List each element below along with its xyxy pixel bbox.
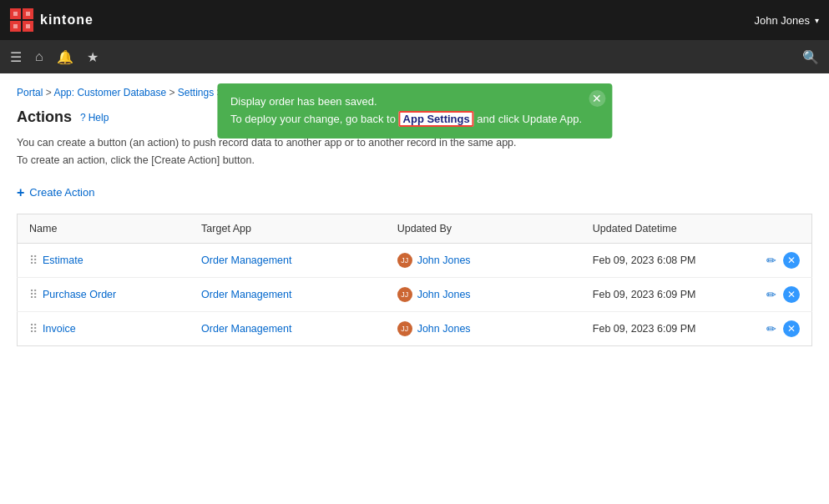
help-link[interactable]: ?Help (80, 112, 109, 123)
navbar-left: ☰ ⌂ 🔔 ★ (10, 49, 99, 65)
user-avatar: JJ (397, 321, 412, 336)
cell-name-1: ⠿ Purchase Order (18, 277, 190, 311)
cell-name-0: ⠿ Estimate (18, 243, 190, 277)
menu-icon[interactable]: ☰ (10, 49, 22, 65)
updated-by-link[interactable]: John Jones (417, 323, 471, 335)
page-title: Actions (17, 108, 72, 126)
navbar: ☰ ⌂ 🔔 ★ 🔍 (0, 40, 829, 73)
updated-by-link[interactable]: John Jones (417, 255, 471, 266)
user-avatar: JJ (397, 287, 412, 302)
plus-icon: + (17, 185, 24, 200)
home-icon[interactable]: ⌂ (35, 49, 43, 64)
cell-updatedby-2: JJ John Jones (386, 311, 581, 345)
favorites-icon[interactable]: ★ (87, 49, 99, 65)
header: kintone John Jones ▾ (0, 0, 829, 40)
col-header-datetime: Updated Datetime (581, 214, 753, 243)
table-row: ⠿ Estimate Order Management JJ John Jone… (18, 243, 812, 277)
col-header-name: Name (18, 214, 190, 243)
cell-actions-0: ✏ ✕ (753, 243, 812, 277)
target-app-link[interactable]: Order Management (201, 255, 291, 266)
create-action-label: Create Action (29, 186, 94, 199)
edit-action-button[interactable]: ✏ (765, 286, 778, 303)
edit-action-button[interactable]: ✏ (765, 252, 778, 269)
edit-action-button[interactable]: ✏ (765, 320, 778, 337)
datetime-value: Feb 09, 2023 6:09 PM (593, 323, 696, 335)
user-menu-chevron-icon: ▾ (815, 16, 819, 25)
svg-rect-6 (13, 24, 18, 28)
notification-icon[interactable]: 🔔 (57, 49, 73, 65)
notification-banner: Display order has been saved. To deploy … (217, 83, 612, 139)
table-header: Name Target App Updated By Updated Datet… (18, 214, 812, 243)
delete-action-button[interactable]: ✕ (783, 252, 800, 269)
app-settings-link[interactable]: App Settings (399, 111, 474, 127)
user-menu[interactable]: John Jones ▾ (755, 14, 820, 27)
breadcrumb-settings[interactable]: Settings (178, 87, 214, 98)
cell-updatedby-1: JJ John Jones (386, 277, 581, 311)
search-icon[interactable]: 🔍 (802, 49, 819, 65)
col-header-actions (753, 214, 812, 243)
banner-line1: Display order has been saved. (230, 93, 582, 111)
actions-table: Name Target App Updated By Updated Datet… (17, 214, 812, 346)
svg-rect-7 (26, 24, 30, 28)
datetime-value: Feb 09, 2023 6:09 PM (593, 289, 696, 300)
target-app-link[interactable]: Order Management (201, 323, 291, 335)
logo: kintone (10, 8, 94, 32)
header-left: kintone (10, 8, 94, 32)
delete-action-button[interactable]: ✕ (783, 320, 800, 337)
drag-handle-icon: ⠿ (29, 322, 38, 335)
svg-rect-5 (26, 12, 30, 16)
col-header-target: Target App (190, 214, 386, 243)
action-name-link[interactable]: Invoice (43, 323, 76, 335)
svg-rect-4 (13, 12, 18, 16)
banner-text-after: and click Update App. (474, 113, 582, 125)
action-name-link[interactable]: Estimate (43, 255, 83, 266)
user-avatar: JJ (397, 253, 412, 268)
banner-text-before: To deploy your change, go back to (230, 113, 399, 125)
updated-by-link[interactable]: John Jones (417, 289, 471, 300)
drag-handle-icon: ⠿ (29, 254, 38, 267)
cell-datetime-1: Feb 09, 2023 6:09 PM (581, 277, 753, 311)
cell-target-2: Order Management (190, 311, 386, 345)
cell-updatedby-0: JJ John Jones (386, 243, 581, 277)
kintone-logo-icon (10, 8, 33, 32)
help-label: Help (88, 112, 109, 123)
delete-action-button[interactable]: ✕ (783, 286, 800, 303)
table-body: ⠿ Estimate Order Management JJ John Jone… (18, 243, 812, 345)
cell-name-2: ⠿ Invoice (18, 311, 190, 345)
banner-close-button[interactable]: ✕ (589, 90, 605, 107)
action-name-link[interactable]: Purchase Order (43, 289, 116, 300)
breadcrumb-portal[interactable]: Portal (17, 87, 43, 98)
breadcrumb-app[interactable]: App: Customer Database (53, 87, 166, 98)
banner-line2: To deploy your change, go back to App Se… (230, 111, 582, 129)
table-row: ⠿ Purchase Order Order Management JJ Joh… (18, 277, 812, 311)
create-action-button[interactable]: + Create Action (17, 185, 94, 200)
cell-actions-2: ✏ ✕ (753, 311, 812, 345)
col-header-updatedby: Updated By (386, 214, 581, 243)
cell-actions-1: ✏ ✕ (753, 277, 812, 311)
target-app-link[interactable]: Order Management (201, 289, 291, 300)
logo-text: kintone (40, 13, 94, 28)
cell-target-0: Order Management (190, 243, 386, 277)
user-name: John Jones (755, 14, 811, 27)
page-description: You can create a button (an action) to p… (17, 134, 812, 170)
datetime-value: Feb 09, 2023 6:08 PM (593, 255, 696, 266)
cell-datetime-0: Feb 09, 2023 6:08 PM (581, 243, 753, 277)
help-icon: ? (80, 112, 86, 123)
header-right: John Jones ▾ (755, 14, 820, 27)
description-line2: To create an action, click the [Create A… (17, 152, 812, 169)
drag-handle-icon: ⠿ (29, 288, 38, 301)
cell-target-1: Order Management (190, 277, 386, 311)
table-row: ⠿ Invoice Order Management JJ John Jones… (18, 311, 812, 345)
cell-datetime-2: Feb 09, 2023 6:09 PM (581, 311, 753, 345)
